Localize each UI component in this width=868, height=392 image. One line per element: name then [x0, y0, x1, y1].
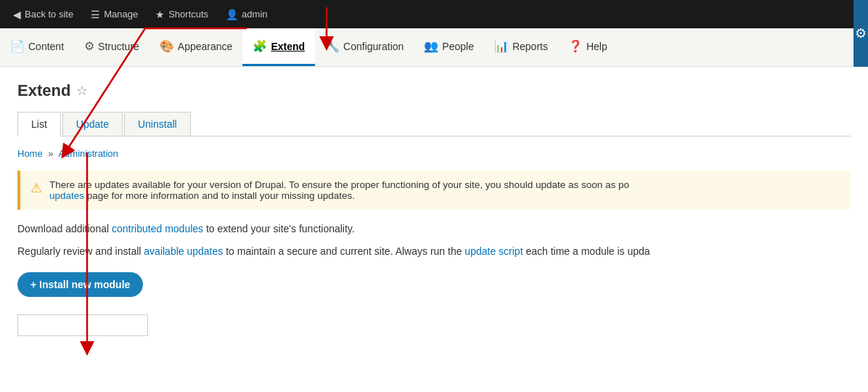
breadcrumb-home[interactable]: Home — [17, 148, 43, 159]
manage-button[interactable]: ☰ Manage — [83, 0, 145, 28]
help-icon: ❓ — [568, 39, 583, 53]
tab-list[interactable]: List — [17, 112, 61, 136]
nav-extend[interactable]: 🧩 Extend — [242, 28, 315, 66]
settings-icon: ⚙ — [855, 25, 867, 41]
star-icon: ★ — [155, 9, 165, 20]
appearance-icon: 🎨 — [160, 39, 174, 53]
search-area — [17, 314, 851, 336]
people-icon: 👥 — [424, 39, 438, 53]
update-script-link[interactable]: update script — [464, 245, 523, 257]
install-new-module-button[interactable]: + Install new module — [17, 272, 143, 297]
structure-icon: ⚙ — [84, 39, 94, 53]
back-arrow-icon: ◀ — [13, 9, 21, 20]
nav-people[interactable]: 👥 People — [414, 28, 484, 66]
nav-help[interactable]: ❓ Help — [558, 28, 618, 66]
module-search-input[interactable] — [17, 314, 148, 336]
admin-toolbar: ◀ Back to site ☰ Manage ★ Shortcuts 👤 ad… — [0, 0, 868, 28]
nav-structure[interactable]: ⚙ Structure — [74, 28, 150, 66]
right-edge-bar: ⚙ — [853, 0, 868, 67]
nav-reports[interactable]: 📊 Reports — [484, 28, 558, 66]
nav-content[interactable]: 📄 Content — [0, 28, 74, 66]
breadcrumb-admin[interactable]: Administration — [58, 148, 118, 159]
page-content: Extend ☆ List Update Uninstall Home » Ad… — [0, 67, 868, 351]
secondary-nav: 📄 Content ⚙ Structure 🎨 Appearance 🧩 Ext… — [0, 28, 868, 67]
user-icon: 👤 — [226, 9, 238, 20]
hamburger-icon: ☰ — [91, 9, 100, 20]
available-updates-link[interactable]: available updates — [144, 245, 223, 257]
breadcrumb: Home » Administration — [17, 148, 851, 159]
tab-update[interactable]: Update — [62, 112, 123, 136]
warning-text: There are updates available for your ver… — [49, 179, 629, 201]
page-title: Extend — [17, 81, 70, 100]
content-icon: 📄 — [10, 39, 25, 53]
admin-user-button[interactable]: 👤 admin — [218, 0, 274, 28]
configuration-icon: 🔧 — [325, 39, 340, 53]
body-text-1: Download additional contributed modules … — [17, 221, 851, 237]
warning-message: ⚠ There are updates available for your v… — [17, 171, 851, 210]
extend-icon: 🧩 — [253, 39, 267, 53]
tab-uninstall[interactable]: Uninstall — [124, 112, 191, 136]
contributed-modules-link[interactable]: contributed modules — [112, 223, 203, 234]
reports-icon: 📊 — [494, 39, 509, 53]
updates-link[interactable]: updates — [49, 190, 84, 201]
tabs-row: List Update Uninstall — [17, 112, 851, 136]
warning-icon: ⚠ — [30, 180, 42, 196]
bookmark-star-icon[interactable]: ☆ — [76, 83, 88, 99]
back-to-site-button[interactable]: ◀ Back to site — [6, 0, 81, 28]
page-title-row: Extend ☆ — [17, 81, 851, 100]
body-text-2: Regularly review and install available u… — [17, 244, 851, 259]
nav-configuration[interactable]: 🔧 Configuration — [315, 28, 414, 66]
shortcuts-button[interactable]: ★ Shortcuts — [148, 0, 216, 28]
nav-appearance[interactable]: 🎨 Appearance — [150, 28, 243, 66]
